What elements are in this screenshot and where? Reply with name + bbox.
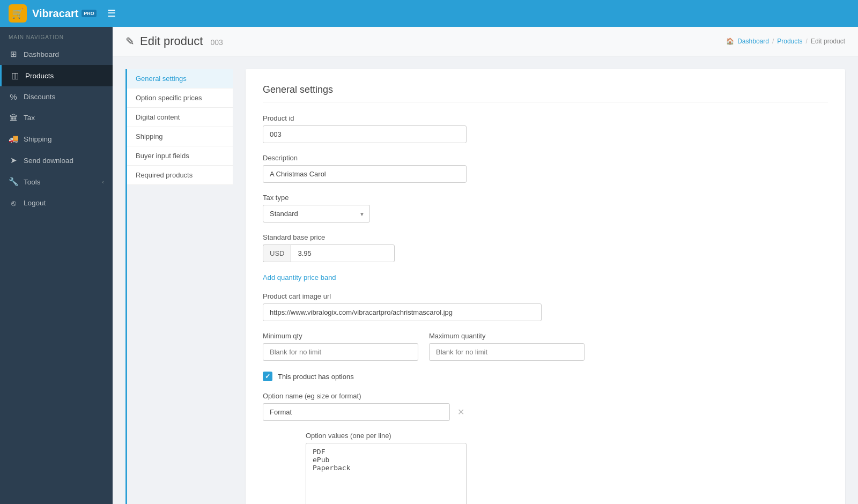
subnav-item-buyer-input-fields[interactable]: Buyer input fields <box>127 146 233 166</box>
tools-icon: 🔧 <box>9 177 18 187</box>
sub-nav: General settings Option specific prices … <box>125 69 233 504</box>
breadcrumb-sep-2: / <box>806 38 808 45</box>
product-id-input[interactable] <box>263 125 467 143</box>
option-values-group: Option values (one per line) PDF ePub Pa… <box>306 432 828 504</box>
sidebar-label-products: Products <box>25 72 54 80</box>
breadcrumb-dashboard[interactable]: Dashboard <box>737 38 769 45</box>
page-title-area: ✎ Edit product 003 <box>125 34 223 48</box>
brand-name: Vibracart <box>32 8 78 20</box>
sidebar-label-tools: Tools <box>24 178 41 186</box>
product-id-group: Product id <box>263 114 828 143</box>
page-title-id: 003 <box>211 38 223 47</box>
sidebar-item-discounts[interactable]: % Discounts <box>0 86 113 107</box>
cart-image-label: Product cart image url <box>263 292 828 300</box>
option-row: ✕ <box>263 403 467 421</box>
subnav-item-digital-content[interactable]: Digital content <box>127 108 233 127</box>
qty-row: Minimum qty Maximum quantity <box>263 332 585 372</box>
main-content: ✎ Edit product 003 🏠 Dashboard / Product… <box>113 27 858 504</box>
sidebar-item-tax[interactable]: 🏛 Tax <box>0 107 113 128</box>
tax-type-select-wrap: Standard Reduced Zero Exempt <box>263 205 370 223</box>
min-qty-group: Minimum qty <box>263 332 418 361</box>
add-quantity-link[interactable]: Add quantity price band <box>263 273 336 281</box>
max-qty-input[interactable] <box>429 343 585 361</box>
option-name-group: Option name (eg size or format) ✕ <box>263 392 828 421</box>
tax-type-select[interactable]: Standard Reduced Zero Exempt <box>263 205 370 223</box>
sidebar-item-shipping[interactable]: 🚚 Shipping <box>0 128 113 150</box>
tax-type-label: Tax type <box>263 194 828 202</box>
has-options-row: ✓ This product has options <box>263 372 828 381</box>
send-download-icon: ➤ <box>9 155 18 165</box>
page-title: Edit product 003 <box>140 34 223 48</box>
breadcrumb-products[interactable]: Products <box>777 38 802 45</box>
menu-icon[interactable]: ☰ <box>107 8 116 19</box>
form-panel: General settings Product id Description … <box>246 69 845 504</box>
breadcrumb-sep-1: / <box>772 38 774 45</box>
base-price-label: Standard base price <box>263 233 828 241</box>
subnav-item-required-products[interactable]: Required products <box>127 166 233 185</box>
price-row: USD <box>263 244 391 262</box>
option-delete-button[interactable]: ✕ <box>455 405 467 419</box>
tax-type-group: Tax type Standard Reduced Zero Exempt <box>263 194 828 223</box>
sidebar-label-discounts: Discounts <box>24 93 55 101</box>
page-header: ✎ Edit product 003 🏠 Dashboard / Product… <box>113 27 858 56</box>
sidebar-item-products[interactable]: ◫ Products <box>0 65 113 86</box>
subnav-item-shipping[interactable]: Shipping <box>127 127 233 146</box>
pro-badge: PRO <box>82 10 97 17</box>
product-id-label: Product id <box>263 114 828 122</box>
option-values-textarea[interactable]: PDF ePub Paperback <box>306 443 467 504</box>
logout-icon: ⎋ <box>9 198 18 207</box>
sidebar-label-dashboard: Dashboard <box>24 50 59 58</box>
sidebar-label-tax: Tax <box>24 114 35 122</box>
sidebar-section-label: MAIN NAVIGATION <box>0 27 113 43</box>
has-options-checkbox[interactable]: ✓ <box>263 372 272 381</box>
breadcrumb-current: Edit product <box>811 38 845 45</box>
tax-icon: 🏛 <box>9 113 18 122</box>
sidebar: MAIN NAVIGATION ⊞ Dashboard ◫ Products %… <box>0 27 113 504</box>
subnav-item-option-specific-prices[interactable]: Option specific prices <box>127 88 233 108</box>
price-input[interactable] <box>291 244 395 262</box>
check-mark-icon: ✓ <box>265 373 270 380</box>
option-name-label: Option name (eg size or format) <box>263 392 828 400</box>
description-input[interactable] <box>263 165 467 183</box>
brand: 🛒 Vibracart PRO <box>9 4 97 23</box>
description-label: Description <box>263 154 828 162</box>
sidebar-item-dashboard[interactable]: ⊞ Dashboard <box>0 43 113 65</box>
option-values-label: Option values (one per line) <box>306 432 828 440</box>
products-icon: ◫ <box>10 71 20 80</box>
sidebar-item-logout[interactable]: ⎋ Logout <box>0 192 113 213</box>
max-qty-label: Maximum quantity <box>429 332 585 340</box>
edit-icon: ✎ <box>125 35 135 48</box>
description-group: Description <box>263 154 828 183</box>
option-name-input[interactable] <box>263 403 450 421</box>
subnav-item-general-settings[interactable]: General settings <box>127 69 233 88</box>
brand-icon: 🛒 <box>9 4 27 23</box>
sidebar-item-send-download[interactable]: ➤ Send download <box>0 150 113 171</box>
sidebar-label-send-download: Send download <box>24 157 73 165</box>
cart-image-group: Product cart image url <box>263 292 828 321</box>
cart-image-input[interactable] <box>263 303 542 321</box>
min-qty-label: Minimum qty <box>263 332 418 340</box>
min-qty-input[interactable] <box>263 343 418 361</box>
tools-arrow-icon: ‹ <box>102 179 104 185</box>
form-section-title: General settings <box>263 84 828 102</box>
breadcrumb: 🏠 Dashboard / Products / Edit product <box>726 38 845 45</box>
dashboard-icon: ⊞ <box>9 49 18 59</box>
sidebar-label-shipping: Shipping <box>24 135 52 143</box>
shipping-icon: 🚚 <box>9 134 18 144</box>
breadcrumb-icon: 🏠 <box>726 38 734 45</box>
price-currency: USD <box>263 244 291 262</box>
navbar: 🛒 Vibracart PRO ☰ <box>0 0 858 27</box>
max-qty-group: Maximum quantity <box>429 332 585 361</box>
has-options-label: This product has options <box>278 373 354 381</box>
base-price-group: Standard base price USD <box>263 233 828 262</box>
sidebar-item-tools[interactable]: 🔧 Tools ‹ <box>0 171 113 192</box>
content-area: General settings Option specific prices … <box>113 56 858 504</box>
sidebar-label-logout: Logout <box>24 199 46 207</box>
discounts-icon: % <box>9 92 18 101</box>
add-quantity-group: Add quantity price band <box>263 273 828 281</box>
